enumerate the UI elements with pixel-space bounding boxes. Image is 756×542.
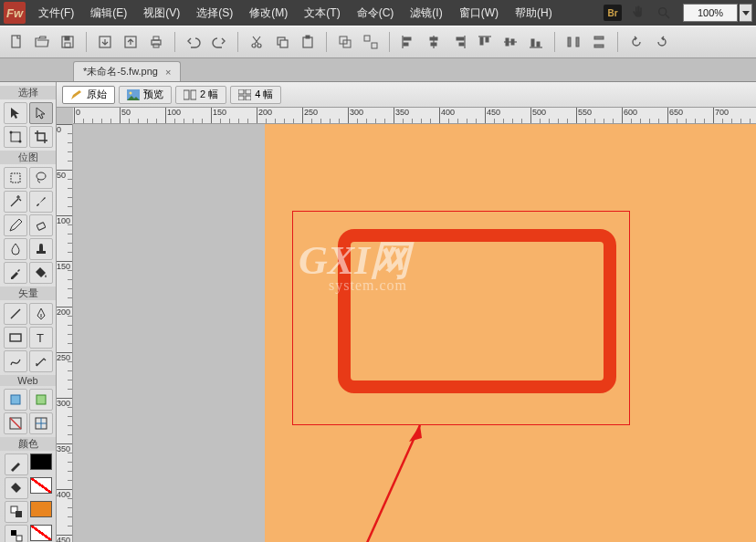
pen-tool[interactable]: [29, 303, 53, 325]
freeform-tool[interactable]: [4, 350, 27, 372]
fill-color-swatch[interactable]: [30, 477, 52, 494]
print-button[interactable]: [145, 31, 167, 53]
svg-rect-26: [431, 43, 436, 46]
svg-rect-43: [11, 132, 20, 141]
menu-modify[interactable]: 修改(M): [242, 0, 295, 26]
align-left-button[interactable]: [397, 31, 419, 53]
menu-view[interactable]: 视图(V): [136, 0, 187, 26]
lasso-tool[interactable]: [29, 167, 53, 189]
svg-rect-55: [11, 395, 20, 404]
hide-slices-button[interactable]: [4, 412, 27, 434]
paste-button[interactable]: [297, 31, 319, 53]
line-tool[interactable]: [4, 303, 27, 325]
knife-tool[interactable]: [29, 350, 53, 372]
slice-tool[interactable]: [29, 389, 53, 411]
svg-point-44: [9, 131, 12, 134]
svg-rect-15: [303, 37, 312, 47]
export-button[interactable]: [120, 31, 142, 53]
svg-line-52: [11, 309, 20, 318]
blur-tool[interactable]: [4, 238, 27, 260]
default-colors-button[interactable]: [5, 525, 28, 542]
redo-button[interactable]: [208, 31, 230, 53]
align-top-button[interactable]: [474, 31, 496, 53]
tab-close-icon[interactable]: ×: [165, 67, 171, 78]
search-icon[interactable]: [654, 3, 674, 23]
document-tab[interactable]: *未命名-5.fw.png ×: [73, 61, 181, 81]
crop-tool[interactable]: [29, 126, 53, 148]
zoom-level[interactable]: 100%: [683, 4, 738, 22]
menu-window[interactable]: 窗口(W): [452, 0, 506, 26]
align-center-h-button[interactable]: [423, 31, 445, 53]
scale-tool[interactable]: [4, 126, 27, 148]
stroke-color-picker[interactable]: [5, 453, 28, 475]
toolbar: [0, 26, 756, 58]
bridge-icon[interactable]: Br: [603, 3, 623, 23]
pencil-tool[interactable]: [4, 214, 27, 236]
view-tab-original[interactable]: 原始: [62, 86, 115, 104]
app-logo: Fw: [4, 2, 26, 24]
svg-line-58: [10, 418, 21, 429]
rectangle-tool[interactable]: [4, 327, 27, 349]
tools-section-select: 选择: [0, 86, 56, 99]
menu-edit[interactable]: 编辑(E): [83, 0, 134, 26]
hotspot-tool[interactable]: [4, 389, 27, 411]
menu-filter[interactable]: 滤镜(I): [403, 0, 449, 26]
cut-button[interactable]: [246, 31, 268, 53]
paint-bucket-tool[interactable]: [29, 262, 53, 284]
view-tab-4up[interactable]: 4 幅: [230, 86, 281, 104]
new-doc-button[interactable]: [5, 31, 27, 53]
zoom-dropdown[interactable]: [740, 4, 752, 22]
tools-section-colors: 颜色: [0, 437, 56, 451]
subselect-tool[interactable]: [29, 102, 53, 124]
distribute-h-button[interactable]: [562, 31, 584, 53]
image-icon: [127, 89, 140, 100]
copy-button[interactable]: [271, 31, 293, 53]
svg-rect-53: [10, 334, 21, 341]
stroke-color-swatch[interactable]: [30, 453, 52, 470]
import-button[interactable]: [94, 31, 116, 53]
text-tool[interactable]: T: [29, 327, 53, 349]
eyedropper-tool[interactable]: [4, 262, 27, 284]
pointer-tool[interactable]: [4, 102, 27, 124]
view-tab-preview[interactable]: 预览: [119, 86, 172, 104]
svg-rect-40: [576, 37, 579, 47]
distribute-v-button[interactable]: [588, 31, 610, 53]
ungroup-button[interactable]: [360, 31, 382, 53]
view-tab-2up[interactable]: 2 幅: [175, 86, 226, 104]
no-color-button[interactable]: [30, 525, 52, 541]
marquee-tool[interactable]: [4, 167, 27, 189]
canvas-viewport[interactable]: GXI网 system.com: [73, 124, 756, 542]
svg-rect-72: [238, 96, 244, 100]
eraser-tool[interactable]: [29, 214, 53, 236]
rotate-ccw-button[interactable]: [625, 31, 647, 53]
svg-rect-46: [11, 173, 20, 182]
menu-commands[interactable]: 命令(C): [350, 0, 402, 26]
menu-text[interactable]: 文本(T): [297, 0, 347, 26]
tools-panel: 选择 位图: [0, 82, 57, 542]
save-button[interactable]: [57, 31, 79, 53]
menu-help[interactable]: 帮助(H): [508, 0, 560, 26]
svg-rect-38: [537, 42, 540, 47]
undo-button[interactable]: [183, 31, 205, 53]
open-button[interactable]: [31, 31, 53, 53]
show-slices-button[interactable]: [29, 412, 53, 434]
menu-file[interactable]: 文件(F): [31, 0, 81, 26]
menu-select[interactable]: 选择(S): [189, 0, 240, 26]
align-middle-v-button[interactable]: [499, 31, 521, 53]
rounded-rectangle-shape[interactable]: [338, 229, 616, 393]
stamp-tool[interactable]: [29, 238, 53, 260]
magic-wand-tool[interactable]: [4, 191, 27, 213]
align-bottom-button[interactable]: [525, 31, 547, 53]
align-right-button[interactable]: [448, 31, 470, 53]
hand-icon[interactable]: [628, 3, 648, 23]
svg-rect-37: [531, 39, 534, 47]
canvas-color-swatch[interactable]: [30, 501, 52, 517]
rotate-cw-button[interactable]: [651, 31, 673, 53]
fill-color-picker[interactable]: [5, 477, 28, 499]
swap-colors-button[interactable]: [5, 501, 28, 523]
svg-rect-35: [511, 39, 514, 45]
svg-rect-42: [594, 45, 604, 47]
tools-section-web: Web: [0, 375, 56, 386]
brush-tool[interactable]: [29, 191, 53, 213]
group-button[interactable]: [334, 31, 356, 53]
